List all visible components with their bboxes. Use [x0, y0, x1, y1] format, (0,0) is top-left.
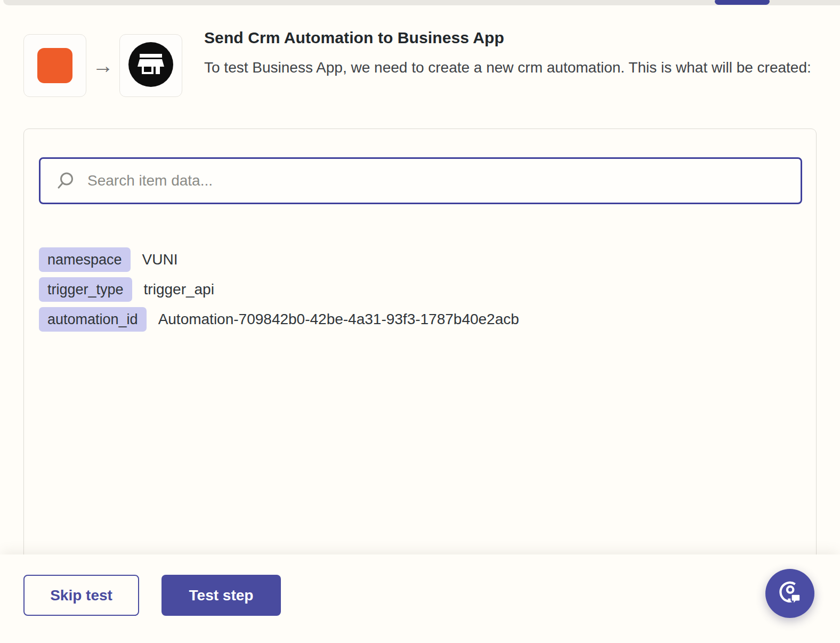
test-data-card: namespace VUNI trigger_type trigger_api … — [23, 128, 817, 571]
field-value: trigger_api — [144, 281, 214, 298]
step-header: Send Crm Automation to Business App To t… — [204, 29, 825, 80]
field-key-badge: automation_id — [39, 307, 147, 332]
field-key-badge: trigger_type — [39, 277, 132, 302]
field-value: Automation-709842b0-42be-4a31-93f3-1787b… — [158, 311, 519, 328]
search-box[interactable] — [39, 157, 802, 204]
step-description: To test Business App, we need to create … — [204, 55, 822, 80]
active-tab-indicator[interactable] — [715, 0, 770, 5]
page-title: Send Crm Automation to Business App — [204, 29, 825, 47]
help-chat-icon — [774, 577, 805, 610]
item-data-list: namespace VUNI trigger_type trigger_api … — [39, 247, 519, 337]
target-app-card — [119, 34, 182, 97]
search-input[interactable] — [87, 172, 788, 189]
help-button[interactable] — [765, 569, 814, 618]
storefront-app-icon — [128, 42, 173, 89]
field-value: VUNI — [142, 251, 178, 268]
step-apps: → — [23, 34, 182, 97]
arrow-right-icon: → — [86, 34, 119, 97]
footer-bar: Skip test Test step — [0, 554, 840, 643]
search-icon — [55, 171, 76, 191]
skip-test-button[interactable]: Skip test — [23, 575, 139, 616]
field-row-trigger-type: trigger_type trigger_api — [39, 277, 519, 302]
field-key-badge: namespace — [39, 247, 131, 272]
field-row-automation-id: automation_id Automation-709842b0-42be-4… — [39, 307, 519, 332]
field-row-namespace: namespace VUNI — [39, 247, 519, 272]
test-step-button[interactable]: Test step — [161, 575, 281, 616]
source-app-icon — [37, 48, 72, 83]
source-app-card — [23, 34, 86, 97]
